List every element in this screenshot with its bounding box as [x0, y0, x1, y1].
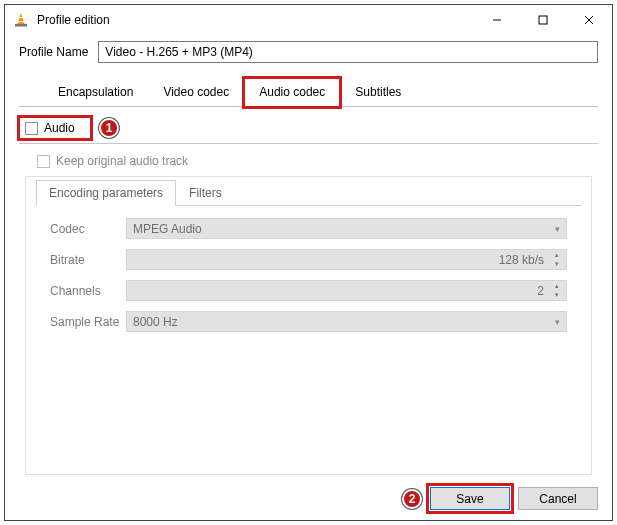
subtab-encoding[interactable]: Encoding parameters [36, 180, 176, 206]
channels-spin-buttons[interactable]: ▴▾ [550, 282, 564, 299]
channels-value: 2 [537, 284, 544, 298]
profile-name-input[interactable] [98, 41, 598, 63]
audio-checkbox-label: Audio [44, 121, 75, 135]
cancel-button[interactable]: Cancel [518, 487, 598, 510]
keep-original-row: Keep original audio track [19, 154, 598, 168]
audio-checkbox[interactable] [25, 122, 38, 135]
channels-spinner[interactable]: 2 ▴▾ [126, 280, 567, 301]
codec-select[interactable]: MPEG Audio ▾ [126, 218, 567, 239]
tab-encapsulation[interactable]: Encapsulation [43, 78, 148, 107]
maximize-button[interactable] [520, 5, 566, 35]
codec-value: MPEG Audio [133, 222, 202, 236]
codec-label: Codec [50, 222, 126, 236]
chevron-down-icon: ▾ [555, 224, 560, 234]
channels-label: Channels [50, 284, 126, 298]
svg-rect-3 [15, 24, 27, 27]
bitrate-label: Bitrate [50, 253, 126, 267]
bitrate-spinner[interactable]: 128 kb/s ▴▾ [126, 249, 567, 270]
divider [19, 143, 598, 144]
tab-subtitles[interactable]: Subtitles [340, 78, 416, 107]
bitrate-spin-buttons[interactable]: ▴▾ [550, 251, 564, 268]
sample-rate-select[interactable]: 8000 Hz ▾ [126, 311, 567, 332]
tab-audio-codec[interactable]: Audio codec [244, 78, 340, 107]
tab-video-codec[interactable]: Video codec [148, 78, 244, 107]
save-button[interactable]: Save [430, 487, 510, 510]
window-title: Profile edition [37, 13, 474, 27]
bitrate-value: 128 kb/s [499, 253, 544, 267]
close-button[interactable] [566, 5, 612, 35]
encoding-panel: Encoding parameters Filters Codec MPEG A… [25, 176, 592, 475]
subtab-bar: Encoding parameters Filters [36, 179, 581, 206]
annotation-badge-2: 2 [402, 489, 422, 509]
sample-rate-value: 8000 Hz [133, 315, 178, 329]
svg-rect-5 [539, 16, 547, 24]
titlebar: Profile edition [5, 5, 612, 35]
minimize-button[interactable] [474, 5, 520, 35]
sample-rate-label: Sample Rate [50, 315, 126, 329]
chevron-down-icon: ▾ [555, 317, 560, 327]
annotation-badge-1: 1 [99, 118, 119, 138]
keep-original-checkbox [37, 155, 50, 168]
svg-rect-1 [19, 17, 23, 18]
svg-marker-0 [17, 13, 25, 25]
subtab-filters[interactable]: Filters [176, 180, 235, 206]
audio-checkbox-wrapper[interactable]: Audio [19, 117, 91, 139]
profile-name-label: Profile Name [19, 45, 88, 59]
keep-original-label: Keep original audio track [56, 154, 188, 168]
svg-rect-2 [18, 21, 24, 22]
tab-bar: Encapsulation Video codec Audio codec Su… [19, 77, 598, 107]
vlc-icon [13, 12, 29, 28]
